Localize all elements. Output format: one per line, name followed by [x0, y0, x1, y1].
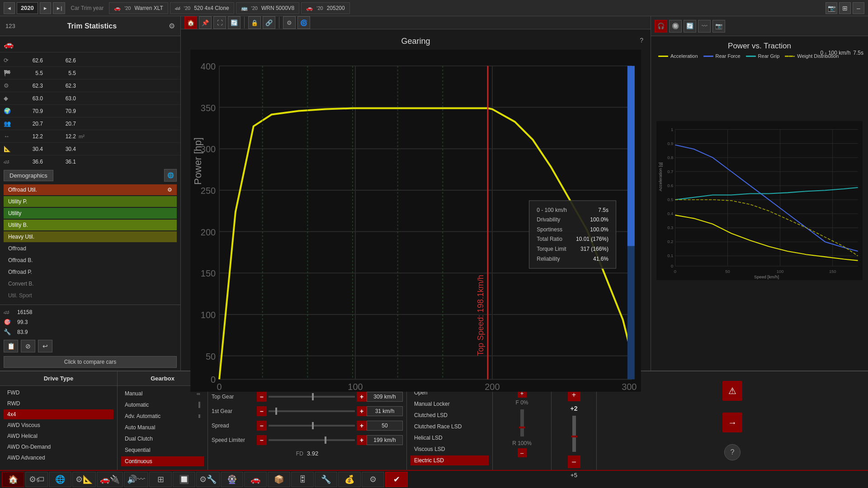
left-panel-bottom: 🏎 16158 🎯 99.3 🔧 83.9 📋 ⊘ ↩ Click to com… — [0, 305, 180, 371]
rt-btn-2[interactable]: 🔄 — [684, 20, 696, 33]
rt-btn-1[interactable]: 🔘 — [669, 20, 682, 33]
toolbar-expand-btn[interactable]: ⛶ — [213, 16, 226, 29]
toolbar-cycle-btn[interactable]: 🌀 — [297, 16, 310, 29]
task-btn-6[interactable]: ⊞ — [149, 472, 172, 487]
drive-4x4[interactable]: 4x4 — [4, 409, 113, 419]
stat-val1-4: 70.9 — [14, 108, 43, 114]
gearing-help-btn[interactable]: ? — [640, 37, 643, 44]
drive-awd-helical[interactable]: AWD Helical — [4, 431, 113, 441]
toolbar-settings-btn[interactable]: ⚙ — [283, 16, 296, 29]
prev-btn[interactable]: ◄ — [4, 2, 15, 14]
1st-gear-minus[interactable]: – — [257, 406, 267, 416]
spread-slider[interactable] — [269, 425, 355, 427]
toolbar-refresh-btn[interactable]: 🔄 — [228, 16, 241, 29]
top-gear-slider[interactable] — [269, 396, 355, 398]
stat-val2-8: 36.1 — [47, 159, 76, 165]
pvt-svg: 1 0.9 0.8 0.7 0.6 0.5 0.4 0.3 0.2 0.1 0 … — [656, 61, 863, 340]
speed-limiter-plus[interactable]: + — [357, 435, 367, 445]
demo-item-3[interactable]: Utility B. — [4, 220, 177, 230]
toolbar-pin-btn[interactable]: 📌 — [199, 16, 212, 29]
1st-gear-plus[interactable]: + — [357, 406, 367, 416]
spread-minus[interactable]: – — [257, 421, 267, 431]
demo-item-6[interactable]: Offroad B. — [4, 255, 177, 266]
minimize-btn[interactable]: – — [853, 2, 864, 14]
car-name-1: Warren XLT — [134, 5, 163, 11]
speed-limiter-slider[interactable] — [269, 439, 355, 441]
task-btn-0[interactable]: 🏠 — [2, 472, 24, 487]
ra-warning-btn[interactable]: ⚠ — [722, 381, 742, 401]
stat-val1-2: 62.3 — [14, 83, 43, 89]
task-btn-8[interactable]: ⚙🔧 — [196, 472, 220, 487]
car-item-3[interactable]: 🚌 '20 WRN 5000V8 — [236, 2, 300, 14]
cancel-btn[interactable]: ⊘ — [21, 340, 35, 352]
diff-viscous-lsd[interactable]: Viscous LSD — [410, 444, 489, 454]
demo-item-8[interactable]: Convert B. — [4, 278, 177, 289]
diff-clutched-lsd[interactable]: Clutched LSD — [410, 410, 489, 420]
quality-slider-v[interactable] — [572, 416, 576, 452]
task-btn-12[interactable]: 🎛 — [291, 472, 314, 487]
task-confirm-btn[interactable]: ✔ — [385, 472, 408, 487]
drive-fwd[interactable]: FWD — [4, 388, 113, 398]
gb-dual-clutch[interactable]: Dual Clutch — [121, 434, 204, 444]
demo-item-4[interactable]: Heavy Util. — [4, 231, 177, 242]
reset-btn[interactable]: ↩ — [38, 340, 52, 352]
task-btn-15[interactable]: ⚙ — [362, 472, 384, 487]
trim-settings-btn[interactable]: ⚙ — [169, 22, 175, 30]
task-btn-4[interactable]: 🚗🔌 — [97, 472, 123, 487]
toolbar-link-btn[interactable]: 🔗 — [263, 16, 275, 29]
task-btn-13[interactable]: 🔧 — [315, 472, 337, 487]
drive-rwd[interactable]: RWD — [4, 399, 113, 408]
demo-item-2[interactable]: Utility — [4, 208, 177, 219]
rt-btn-3[interactable]: 〰 — [698, 20, 711, 33]
demo-item-0[interactable]: Offroad Util. ⚙ — [4, 184, 177, 195]
gb-sequential[interactable]: Sequential — [121, 445, 204, 455]
copy-btn[interactable]: 📋 — [4, 340, 18, 352]
task-btn-9[interactable]: 🎡 — [221, 472, 243, 487]
task-btn-1[interactable]: ⚙🏷 — [25, 472, 48, 487]
stat-row-0: ⟳ 62.6 62.6 — [0, 54, 180, 67]
task-btn-3[interactable]: ⚙📐 — [72, 472, 96, 487]
1st-gear-thumb — [275, 408, 277, 415]
task-btn-10[interactable]: 🚗 — [244, 472, 267, 487]
task-btn-5[interactable]: 🔊〰 — [124, 472, 148, 487]
toolbar-lock-btn[interactable]: 🔒 — [248, 16, 261, 29]
drive-awd-advanced[interactable]: AWD Advanced — [4, 453, 113, 463]
camera-btn[interactable]: 📷 — [826, 2, 837, 14]
diff-clutched-race-lsd[interactable]: Clutched Race LSD — [410, 422, 489, 432]
gb-adv-automatic[interactable]: Adv. Automatic — [121, 411, 204, 421]
task-btn-7[interactable]: 🔲 — [173, 472, 195, 487]
rt-btn-4[interactable]: 📷 — [712, 20, 725, 33]
car-item-4[interactable]: 🚗 '20 205200 — [301, 2, 349, 14]
demo-item-1[interactable]: Utility P. — [4, 196, 177, 207]
rt-btn-0[interactable]: 🎧 — [655, 20, 667, 33]
quality-minus-btn[interactable]: – — [568, 455, 580, 468]
task-btn-14[interactable]: 💰 — [338, 472, 361, 487]
gb-continuous[interactable]: Continuous — [121, 456, 204, 466]
drive-awd-ondemand[interactable]: AWD On-Demand — [4, 442, 113, 452]
gb-auto-manual[interactable]: Auto Manual — [121, 422, 204, 432]
demo-item-9[interactable]: Util. Sport — [4, 290, 177, 301]
globe-btn[interactable]: 🌐 — [164, 169, 177, 182]
diff-electric-lsd[interactable]: Electric LSD — [410, 455, 489, 465]
toolbar-home-btn[interactable]: 🏠 — [184, 16, 197, 29]
speed-limiter-minus[interactable]: – — [257, 435, 267, 445]
diff-helical-lsd[interactable]: Helical LSD — [410, 433, 489, 443]
grid-btn[interactable]: ⊞ — [839, 2, 851, 14]
compare-cars-btn[interactable]: Click to compare cars — [4, 356, 177, 368]
task-btn-2[interactable]: 🌐 — [49, 472, 71, 487]
1st-gear-slider[interactable] — [269, 410, 355, 412]
car-item-1[interactable]: 🚗 '20 Warren XLT — [109, 2, 168, 14]
demo-item-5[interactable]: Offroad — [4, 243, 177, 254]
demo-item-7[interactable]: Offroad P. — [4, 267, 177, 277]
ps-minus-btn[interactable]: – — [518, 448, 527, 457]
car-item-2[interactable]: 🏎 '20 520 4x4 Clone — [170, 2, 234, 14]
demographics-title-btn[interactable]: Demographics — [4, 170, 53, 181]
drive-awd-viscous[interactable]: AWD Viscous — [4, 420, 113, 430]
ps-slider-v[interactable] — [520, 409, 524, 436]
task-btn-11[interactable]: 📦 — [268, 472, 290, 487]
ra-help-btn[interactable]: ? — [724, 444, 741, 460]
spread-plus[interactable]: + — [357, 421, 367, 431]
fast-next-btn[interactable]: ►| — [53, 2, 66, 14]
ra-arrow-btn[interactable]: → — [722, 413, 742, 432]
next-btn[interactable]: ► — [40, 2, 51, 14]
